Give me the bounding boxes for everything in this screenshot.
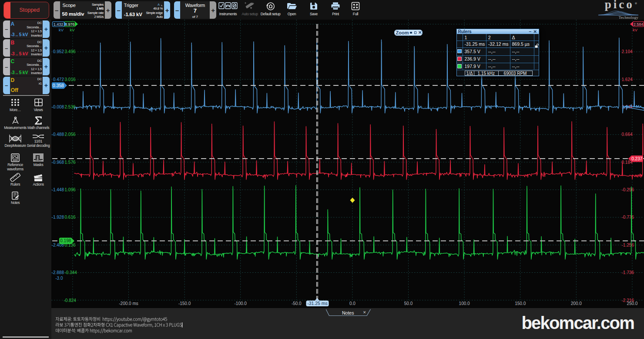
svg-text:2.104: 2.104	[622, 49, 633, 54]
svg-text:0.358: 0.358	[53, 83, 64, 88]
svg-text:kV: kV	[70, 27, 75, 32]
svg-text:-1.928: -1.928	[52, 215, 64, 220]
svg-text:0.198: 0.198	[60, 238, 71, 243]
svg-text:2.056: 2.056	[65, 132, 76, 137]
svg-text:100.0: 100.0	[459, 301, 470, 306]
svg-text:3.496: 3.496	[65, 49, 76, 54]
svg-text:250.0: 250.0	[627, 301, 637, 306]
svg-text:-50.0: -50.0	[292, 301, 302, 306]
svg-text:2.536: 2.536	[65, 105, 76, 109]
svg-text:200.0: 200.0	[571, 301, 582, 306]
svg-text:0.237: 0.237	[631, 156, 642, 161]
svg-text:kV: kV	[59, 27, 64, 32]
svg-text:0.952: 0.952	[53, 49, 64, 54]
svg-text:-0.824: -0.824	[64, 298, 77, 303]
svg-text:-0.968: -0.968	[52, 160, 64, 165]
svg-text:2.584: 2.584	[634, 22, 644, 27]
svg-text:1.624: 1.624	[622, 77, 633, 82]
svg-text:-1.448: -1.448	[52, 187, 64, 192]
svg-text:-1.256: -1.256	[622, 243, 634, 247]
svg-text:150.0: 150.0	[515, 301, 526, 306]
svg-text:0.472: 0.472	[53, 77, 64, 82]
svg-text:-0.488: -0.488	[52, 132, 64, 137]
svg-text:-2.888: -2.888	[52, 270, 64, 275]
svg-text:1101: 1101	[34, 139, 43, 143]
svg-text:0.616: 0.616	[65, 215, 76, 220]
svg-text:0.664: 0.664	[622, 132, 633, 137]
svg-text:1.432: 1.432	[54, 22, 64, 27]
svg-text:-0.344: -0.344	[65, 270, 77, 275]
svg-text:-150.0: -150.0	[178, 301, 191, 306]
svg-text:3.016: 3.016	[65, 77, 76, 82]
svg-text:1.576: 1.576	[65, 160, 76, 165]
svg-text:1.096: 1.096	[65, 187, 76, 192]
svg-text:-100.0: -100.0	[235, 301, 247, 306]
svg-text:-0.776: -0.776	[622, 215, 634, 220]
svg-text:-200.0 ms: -200.0 ms	[119, 301, 138, 306]
svg-text:-1.736: -1.736	[622, 270, 634, 275]
svg-text:50.0: 50.0	[404, 301, 413, 306]
svg-text:-0.008: -0.008	[52, 105, 64, 109]
svg-text:kV: kV	[633, 27, 638, 32]
svg-text:-0.296: -0.296	[622, 187, 634, 192]
svg-text:-31.25 ms: -31.25 ms	[307, 301, 328, 306]
svg-text:-3.0: -3.0	[55, 276, 63, 281]
svg-text:0.0: 0.0	[349, 301, 356, 306]
